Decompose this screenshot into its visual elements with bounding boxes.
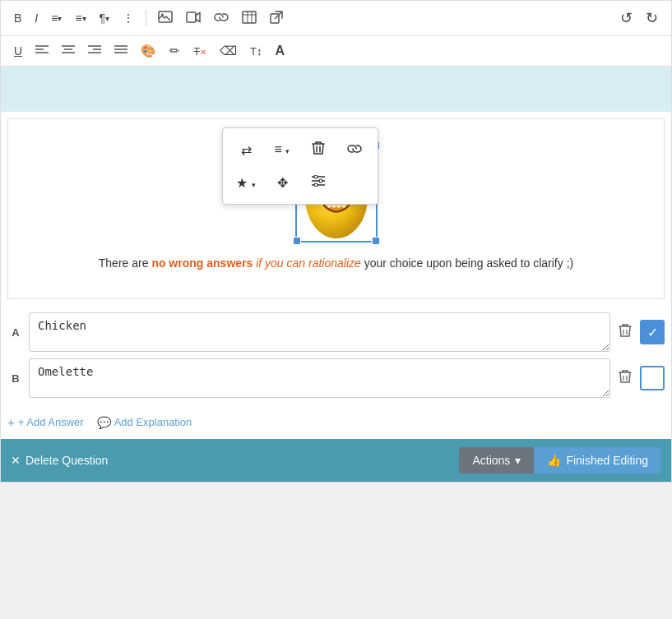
- plus-icon: +: [7, 415, 15, 429]
- font-size-icon: T↕: [250, 45, 262, 58]
- delete-question-button[interactable]: ✕ Delete Question: [11, 454, 108, 467]
- table-button[interactable]: [237, 7, 262, 30]
- check-icon-a: ✓: [647, 325, 658, 340]
- answer-row-a: A Chicken ✓: [7, 312, 665, 352]
- align-center-icon: [62, 44, 75, 58]
- actions-dropdown-icon: ▾: [515, 454, 521, 467]
- floating-toolbar: ⇄ ≡ ▾ ★ ▾: [222, 127, 378, 205]
- toolbar-second: U: [1, 36, 671, 67]
- align-center-button[interactable]: [57, 41, 80, 61]
- toolbar-divider-1: [146, 10, 146, 26]
- align-left-icon: [35, 44, 49, 58]
- add-answer-link[interactable]: + + Add Answer: [7, 415, 84, 429]
- clear-format-button[interactable]: T✕: [188, 42, 211, 61]
- svg-rect-2: [187, 12, 196, 22]
- undo-button[interactable]: ↺: [615, 6, 637, 30]
- answer-check-b[interactable]: [640, 366, 665, 390]
- image-icon: [158, 11, 173, 25]
- actions-button[interactable]: Actions ▾: [459, 447, 534, 473]
- float-delete-icon: [312, 141, 325, 159]
- link-button[interactable]: [209, 8, 234, 28]
- add-explanation-link[interactable]: 💬 Add Explanation: [97, 416, 192, 429]
- float-move-button[interactable]: ✥: [266, 168, 299, 197]
- svg-point-24: [314, 175, 317, 178]
- color-button[interactable]: 🎨: [136, 40, 161, 62]
- swap-button[interactable]: ⇄: [229, 135, 262, 164]
- underline-button[interactable]: U: [9, 41, 27, 61]
- answer-delete-b[interactable]: [615, 366, 635, 390]
- toolbar-top: B I ≡ ▾ ≡ ▾ ¶ ▾ ⋮: [1, 1, 671, 36]
- main-container: B I ≡ ▾ ≡ ▾ ¶ ▾ ⋮: [0, 0, 672, 483]
- float-link-button[interactable]: [338, 135, 371, 164]
- float-move-icon: ✥: [277, 175, 288, 191]
- eraser-icon: ⌫: [220, 44, 237, 58]
- bold-button[interactable]: B: [9, 8, 26, 28]
- list1-button[interactable]: ≡ ▾: [46, 8, 67, 28]
- clear-format-icon: T✕: [193, 45, 206, 58]
- list2-icon: ≡: [75, 12, 81, 25]
- external-link-icon: [270, 11, 283, 26]
- add-links-row: + + Add Answer 💬 Add Explanation: [1, 411, 671, 439]
- add-answer-label: + Add Answer: [18, 416, 84, 428]
- bottom-right: Actions ▾ 👍 Finished Editing: [459, 447, 661, 473]
- trash-icon-a: [619, 326, 632, 340]
- image-button[interactable]: [153, 7, 178, 29]
- caption-part1: There are: [99, 256, 152, 270]
- answer-input-a[interactable]: Chicken: [29, 312, 610, 352]
- answer-label-b: B: [7, 372, 24, 385]
- caption-text: There are no wrong answers if you can ra…: [21, 255, 651, 272]
- list1-arrow: ▾: [58, 14, 62, 23]
- highlight-button[interactable]: ✏: [165, 40, 185, 62]
- grip-button[interactable]: ⋮: [118, 8, 139, 28]
- bottom-bar: ✕ Delete Question Actions ▾ 👍 Finished E…: [1, 439, 671, 482]
- highlight-icon: ✏: [169, 44, 180, 58]
- font-size-button[interactable]: T↕: [245, 42, 266, 61]
- link-icon: [214, 12, 229, 25]
- video-icon: [186, 12, 201, 25]
- align-left-button[interactable]: [30, 41, 53, 61]
- italic-button[interactable]: I: [30, 8, 43, 28]
- align-justify-button[interactable]: [109, 41, 132, 61]
- answer-check-a[interactable]: ✓: [640, 320, 665, 344]
- caption-part2: your choice upon being asked to clarify …: [361, 256, 573, 270]
- list2-button[interactable]: ≡ ▾: [70, 8, 90, 28]
- float-star-button[interactable]: ★ ▾: [229, 168, 262, 197]
- float-settings-button[interactable]: [302, 168, 335, 197]
- font-family-button[interactable]: A: [271, 40, 290, 62]
- video-button[interactable]: [181, 8, 206, 29]
- actions-label: Actions: [472, 454, 510, 467]
- speech-icon: 💬: [97, 416, 111, 429]
- thumbs-up-icon: 👍: [547, 454, 561, 467]
- float-settings-icon: [312, 175, 325, 190]
- eraser-button[interactable]: ⌫: [215, 40, 242, 62]
- paragraph-arrow: ▾: [105, 14, 109, 23]
- answer-delete-a[interactable]: [615, 320, 635, 344]
- align-justify-icon: [114, 44, 127, 58]
- delete-x-icon: ✕: [11, 454, 21, 467]
- finished-editing-button[interactable]: 👍 Finished Editing: [534, 447, 661, 473]
- float-align-button[interactable]: ≡ ▾: [266, 135, 299, 164]
- color-icon: 🎨: [141, 44, 156, 58]
- align-right-button[interactable]: [83, 41, 106, 61]
- finished-label: Finished Editing: [566, 454, 648, 467]
- paragraph-button[interactable]: ¶ ▾: [95, 8, 115, 28]
- svg-rect-3: [243, 12, 256, 23]
- answers-section: A Chicken ✓ B Omelette: [1, 306, 671, 411]
- redo-button[interactable]: ↻: [641, 6, 663, 30]
- external-link-button[interactable]: [265, 7, 288, 30]
- float-align-icon: ≡ ▾: [275, 142, 290, 157]
- caption-red-bold: no wrong answers: [151, 256, 253, 270]
- answer-label-a: A: [7, 326, 24, 339]
- answer-input-b[interactable]: Omelette: [29, 358, 610, 398]
- swap-icon: ⇄: [241, 142, 252, 158]
- trash-icon-b: [619, 372, 632, 386]
- svg-point-26: [314, 183, 317, 187]
- list1-icon: ≡: [51, 12, 58, 25]
- float-delete-button[interactable]: [302, 135, 335, 164]
- grip-icon: ⋮: [123, 12, 134, 25]
- delete-question-label: Delete Question: [25, 454, 108, 467]
- float-star-icon: ★ ▾: [236, 175, 255, 191]
- float-link-icon: [347, 142, 362, 157]
- add-explanation-label: Add Explanation: [114, 416, 192, 428]
- answer-row-b: B Omelette: [7, 358, 665, 398]
